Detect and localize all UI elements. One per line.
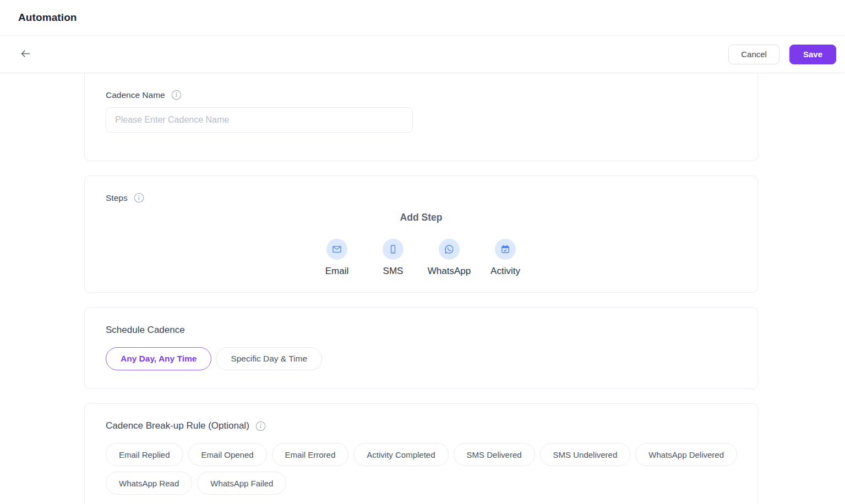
add-whatsapp-step-button[interactable]: WhatsApp [428,239,471,277]
back-arrow-icon [20,48,31,61]
add-step-title: Add Step [85,212,757,223]
info-icon[interactable] [171,90,182,100]
chip-email-errored[interactable]: Email Errored [272,443,349,466]
steps-card: Steps Add Step [84,176,758,293]
schedule-option-specific-day[interactable]: Specific Day & Time [216,347,322,370]
add-sms-step-button[interactable]: SMS [372,239,415,277]
step-label: WhatsApp [428,266,471,277]
add-activity-step-button[interactable]: Activity [484,239,527,277]
email-icon [326,239,347,260]
chip-whatsapp-delivered[interactable]: WhatsApp Delivered [635,443,737,466]
breakup-rule-card: Cadence Break-up Rule (Optional) Email R… [84,403,758,504]
chip-whatsapp-failed[interactable]: WhatsApp Failed [197,472,286,495]
cancel-button[interactable]: Cancel [728,45,779,64]
schedule-option-any-day[interactable]: Any Day, Any Time [106,347,211,370]
cadence-name-card: Cadence Name [84,73,758,161]
cadence-name-label: Cadence Name [106,90,165,100]
action-toolbar: Cancel Save [0,36,845,73]
whatsapp-icon [439,239,460,260]
chip-whatsapp-read[interactable]: WhatsApp Read [106,472,192,495]
add-step-block: Add Step Email [85,212,757,277]
schedule-cadence-heading: Schedule Cadence [106,325,737,336]
step-label: Email [325,266,349,277]
page-title: Automation [18,12,77,24]
add-email-step-button[interactable]: Email [315,239,358,277]
back-button[interactable] [14,43,36,65]
chip-email-replied[interactable]: Email Replied [106,443,183,466]
cadence-name-input[interactable] [106,107,413,133]
step-options: Email SMS [85,239,757,277]
breakup-rule-heading: Cadence Break-up Rule (Optional) [106,420,249,431]
save-button[interactable]: Save [789,45,836,64]
breakup-rule-chips: Email Replied Email Opened Email Errored… [106,443,739,495]
steps-label: Steps [106,193,128,203]
activity-icon [495,239,516,260]
sms-icon [383,239,404,260]
chip-email-opened[interactable]: Email Opened [188,443,267,466]
schedule-cadence-card: Schedule Cadence Any Day, Any Time Speci… [84,307,758,389]
app-header: Automation [0,0,845,36]
info-icon[interactable] [134,193,144,203]
step-label: SMS [383,266,404,277]
chip-activity-completed[interactable]: Activity Completed [353,443,448,466]
info-icon[interactable] [255,421,266,431]
chip-sms-delivered[interactable]: SMS Delivered [454,443,535,466]
schedule-options: Any Day, Any Time Specific Day & Time [106,347,737,370]
content-area: Cadence Name Steps Add [0,73,845,504]
chip-sms-undelivered[interactable]: SMS Undelivered [540,443,631,466]
step-label: Activity [490,266,520,277]
